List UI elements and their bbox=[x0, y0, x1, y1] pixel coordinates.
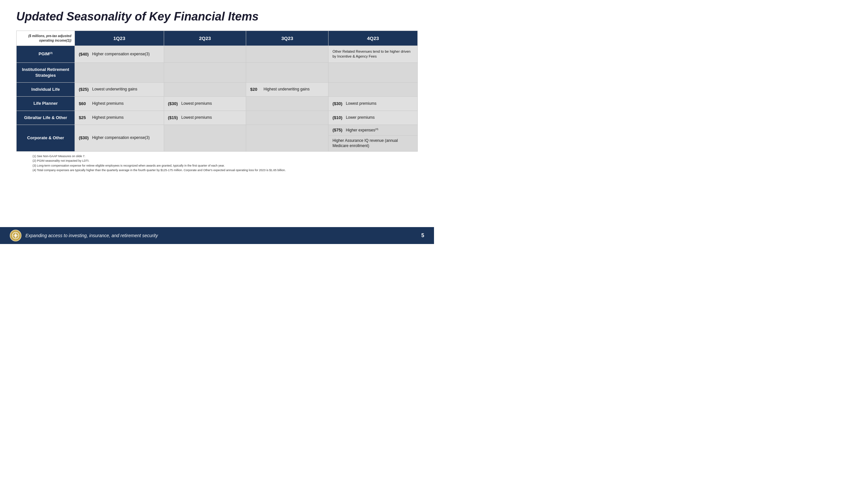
main-content: Updated Seasonality of Key Financial Ite… bbox=[0, 0, 434, 227]
cell-irs-4q23 bbox=[329, 62, 418, 82]
cell-pgim-4q23: Other Related Revenues tend to be higher… bbox=[329, 46, 418, 63]
cell-corp-4q23: ($75) Higher expenses(4) Higher Assuranc… bbox=[329, 125, 418, 151]
cell-il-3q23: $20 Highest underwriting gains bbox=[246, 83, 329, 97]
page: Updated Seasonality of Key Financial Ite… bbox=[0, 0, 434, 244]
col-3q23-header: 3Q23 bbox=[246, 31, 329, 46]
col-2q23-header: 2Q23 bbox=[164, 31, 246, 46]
col-4q23-header: 4Q23 bbox=[329, 31, 418, 46]
cell-lp-4q23: ($30) Lowest premiums bbox=[329, 97, 418, 110]
footer-logo-area: Expanding access to investing, insurance… bbox=[10, 230, 158, 241]
main-table: ($ millions, pre-tax adjusted operating … bbox=[16, 31, 418, 152]
cell-il-2q23 bbox=[164, 83, 246, 97]
cell-lp-1q23: $60 Highest premiums bbox=[75, 97, 164, 110]
table-row-pgim: PGIM(2) ($40) Higher compensation expens… bbox=[17, 46, 418, 63]
col-label-header: ($ millions, pre-tax adjusted operating … bbox=[17, 31, 75, 46]
cell-lp-3q23 bbox=[246, 97, 329, 110]
row-label-individual-life: Individual Life bbox=[17, 83, 75, 97]
cell-pgim-1q23: ($40) Higher compensation expense(3) bbox=[75, 46, 164, 63]
cell-gib-3q23 bbox=[246, 110, 329, 125]
cell-il-1q23: ($25) Lowest underwriting gains bbox=[75, 83, 164, 97]
footnote-4: (4) Total company expenses are typically… bbox=[33, 168, 401, 173]
cell-irs-2q23 bbox=[164, 62, 246, 82]
table-row-individual-life: Individual Life ($25) Lowest underwritin… bbox=[17, 83, 418, 97]
footer-tagline: Expanding access to investing, insurance… bbox=[25, 233, 158, 238]
cell-irs-3q23 bbox=[246, 62, 329, 82]
cell-corp-1q23: ($30) Higher compensation expense(3) bbox=[75, 125, 164, 151]
footnote-1: (1) See Non-GAAP Measures on slide 7. bbox=[33, 154, 401, 159]
col-1q23-header: 1Q23 bbox=[75, 31, 164, 46]
footnotes-section: (1) See Non-GAAP Measures on slide 7. (2… bbox=[16, 152, 418, 175]
footnote-3: (3) Long-term compensation expense for r… bbox=[33, 164, 401, 168]
page-title: Updated Seasonality of Key Financial Ite… bbox=[16, 10, 418, 24]
cell-gib-2q23: ($15) Lowest premiums bbox=[164, 110, 246, 125]
table-row-life-planner: Life Planner $60 Highest premiums ($30) … bbox=[17, 97, 418, 110]
company-logo bbox=[10, 230, 22, 241]
table-row-corporate: Corporate & Other ($30) Higher compensat… bbox=[17, 125, 418, 151]
cell-pgim-2q23 bbox=[164, 46, 246, 63]
row-label-pgim: PGIM(2) bbox=[17, 46, 75, 63]
cell-gib-1q23: $25 Highest premiums bbox=[75, 110, 164, 125]
table-row-gibraltar: Gibraltar Life & Other $25 Highest premi… bbox=[17, 110, 418, 125]
cell-pgim-3q23 bbox=[246, 46, 329, 63]
cell-lp-2q23: ($30) Lowest premiums bbox=[164, 97, 246, 110]
footer-page-number: 5 bbox=[421, 233, 424, 238]
cell-irs-1q23 bbox=[75, 62, 164, 82]
cell-gib-4q23: ($10) Lower premiums bbox=[329, 110, 418, 125]
row-label-life-planner: Life Planner bbox=[17, 97, 75, 110]
cell-corp-3q23 bbox=[246, 125, 329, 151]
footnote-2: (2) PGIM seasonality not impacted by LDT… bbox=[33, 159, 401, 163]
table-row-irs: Institutional Retirement Strategies bbox=[17, 62, 418, 82]
row-label-corporate: Corporate & Other bbox=[17, 125, 75, 151]
cell-corp-2q23 bbox=[164, 125, 246, 151]
row-label-irs: Institutional Retirement Strategies bbox=[17, 62, 75, 82]
footer-bar: Expanding access to investing, insurance… bbox=[0, 227, 434, 244]
cell-il-4q23 bbox=[329, 83, 418, 97]
row-label-gibraltar: Gibraltar Life & Other bbox=[17, 110, 75, 125]
